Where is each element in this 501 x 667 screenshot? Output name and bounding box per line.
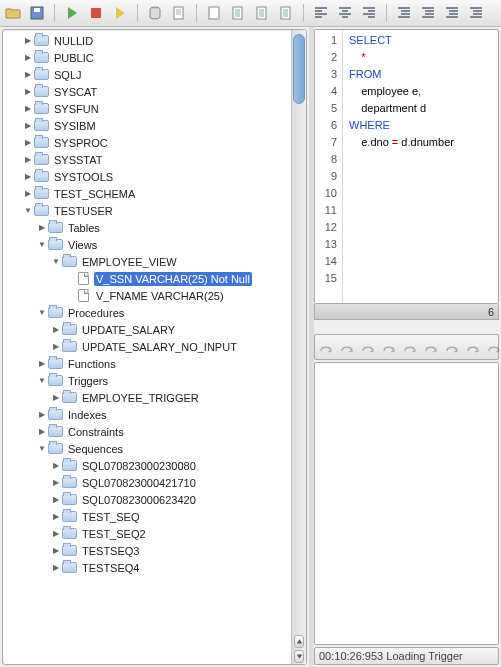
open-button[interactable] <box>4 4 22 22</box>
copy-sheet-button[interactable] <box>229 4 247 22</box>
tree-label[interactable]: Procedures <box>66 306 126 320</box>
disclosure-closed-icon[interactable]: ▶ <box>23 172 33 181</box>
tree-row[interactable]: V_FNAME VARCHAR(25) <box>3 287 291 304</box>
disclosure-open-icon[interactable]: ▼ <box>37 240 47 249</box>
align-right-button[interactable] <box>360 4 378 22</box>
tree-row[interactable]: ▶SYSFUN <box>3 100 291 117</box>
tree-row[interactable]: ▶TESTSEQ4 <box>3 559 291 576</box>
tree-label[interactable]: Sequences <box>66 442 125 456</box>
tree-label[interactable]: SYSSTAT <box>52 153 105 167</box>
book-button[interactable] <box>205 4 223 22</box>
tree-label[interactable]: SQLJ <box>52 68 84 82</box>
tree-row[interactable]: ▶SYSSTAT <box>3 151 291 168</box>
indent-right-button[interactable] <box>443 4 461 22</box>
tree-label[interactable]: TESTSEQ4 <box>80 561 141 575</box>
copy-button[interactable] <box>465 338 481 356</box>
tree-row[interactable]: ▶SYSCAT <box>3 83 291 100</box>
tree-row[interactable]: ▶Constraints <box>3 423 291 440</box>
thread-button[interactable] <box>360 338 376 356</box>
tree-label[interactable]: TEST_SEQ2 <box>80 527 148 541</box>
tree-label[interactable]: Triggers <box>66 374 110 388</box>
disclosure-closed-icon[interactable]: ▶ <box>23 87 33 96</box>
tree-label[interactable]: SYSFUN <box>52 102 101 116</box>
tree-label[interactable]: Views <box>66 238 99 252</box>
indent-left-button[interactable] <box>395 4 413 22</box>
disclosure-closed-icon[interactable]: ▶ <box>37 223 47 232</box>
tree-row[interactable]: ▶UPDATE_SALARY <box>3 321 291 338</box>
disclosure-closed-icon[interactable]: ▶ <box>37 427 47 436</box>
tree-row[interactable]: ▶EMPLOYEE_TRIGGER <box>3 389 291 406</box>
tree-row[interactable]: ▶TEST_SCHEMA <box>3 185 291 202</box>
tree-label[interactable]: TEST_SCHEMA <box>52 187 137 201</box>
tree-row[interactable]: V_SSN VARCHAR(25) Not Null <box>3 270 291 287</box>
tree-row[interactable]: ▼Triggers <box>3 372 291 389</box>
tree-row[interactable]: ▶SYSTOOLS <box>3 168 291 185</box>
tree-row[interactable]: ▶SQL070823000623420 <box>3 491 291 508</box>
tree-label[interactable]: UPDATE_SALARY <box>80 323 177 337</box>
tree-label[interactable]: SQL070823000623420 <box>80 493 198 507</box>
tree-label[interactable]: SQL070823000421710 <box>80 476 198 490</box>
tree-label[interactable]: V_SSN VARCHAR(25) Not Null <box>94 272 252 286</box>
disclosure-open-icon[interactable]: ▼ <box>51 257 61 266</box>
tree-row[interactable]: ▼Procedures <box>3 304 291 321</box>
tree-row[interactable]: ▶PUBLIC <box>3 49 291 66</box>
disclosure-closed-icon[interactable]: ▶ <box>51 495 61 504</box>
tree-label[interactable]: Indexes <box>66 408 109 422</box>
tree-row[interactable]: ▼EMPLOYEE_VIEW <box>3 253 291 270</box>
pencil-button[interactable] <box>444 338 460 356</box>
run-yellow-button[interactable] <box>111 4 129 22</box>
tree-label[interactable]: Tables <box>66 221 102 235</box>
tree-label[interactable]: EMPLOYEE_VIEW <box>80 255 179 269</box>
align-left-button[interactable] <box>312 4 330 22</box>
outdent-button[interactable] <box>419 4 437 22</box>
tree-row[interactable]: ▶SQL070823000230080 <box>3 457 291 474</box>
disclosure-open-icon[interactable]: ▼ <box>37 376 47 385</box>
tree-label[interactable]: SYSIBM <box>52 119 98 133</box>
tree-label[interactable]: TESTSEQ3 <box>80 544 141 558</box>
tree-label[interactable]: V_FNAME VARCHAR(25) <box>94 289 226 303</box>
disclosure-open-icon[interactable]: ▼ <box>37 308 47 317</box>
tree-row[interactable]: ▼Sequences <box>3 440 291 457</box>
tree-label[interactable]: SYSTOOLS <box>52 170 115 184</box>
align-center-button[interactable] <box>336 4 354 22</box>
disclosure-closed-icon[interactable]: ▶ <box>23 36 33 45</box>
step-into-button[interactable] <box>339 338 355 356</box>
tree-label[interactable]: TEST_SEQ <box>80 510 141 524</box>
disclosure-closed-icon[interactable]: ▶ <box>23 138 33 147</box>
disclosure-closed-icon[interactable]: ▶ <box>37 359 47 368</box>
tree-label[interactable]: UPDATE_SALARY_NO_INPUT <box>80 340 239 354</box>
tree-row[interactable]: ▼Views <box>3 236 291 253</box>
tree-label[interactable]: SQL070823000230080 <box>80 459 198 473</box>
disclosure-closed-icon[interactable]: ▶ <box>51 461 61 470</box>
tree-row[interactable]: ▶SQLJ <box>3 66 291 83</box>
db-button[interactable] <box>146 4 164 22</box>
disclosure-open-icon[interactable]: ▼ <box>37 444 47 453</box>
sheet-pencil-button[interactable] <box>253 4 271 22</box>
sheet-button[interactable] <box>277 4 295 22</box>
disclosure-closed-icon[interactable]: ▶ <box>37 410 47 419</box>
disclosure-closed-icon[interactable]: ▶ <box>51 393 61 402</box>
step-out-button[interactable] <box>381 338 397 356</box>
disclosure-open-icon[interactable]: ▼ <box>23 206 33 215</box>
scrollbar-thumb[interactable] <box>293 34 305 104</box>
save-button[interactable] <box>28 4 46 22</box>
format-button[interactable] <box>467 4 485 22</box>
tree-row[interactable]: ▼TESTUSER <box>3 202 291 219</box>
tree-label[interactable]: EMPLOYEE_TRIGGER <box>80 391 201 405</box>
tree-row[interactable]: ▶SQL070823000421710 <box>3 474 291 491</box>
tree-label[interactable]: SYSPROC <box>52 136 110 150</box>
tree-row[interactable]: ▶UPDATE_SALARY_NO_INPUT <box>3 338 291 355</box>
tree-label[interactable]: TESTUSER <box>52 204 115 218</box>
tree-row[interactable]: ▶SYSIBM <box>3 117 291 134</box>
disclosure-closed-icon[interactable]: ▶ <box>23 53 33 62</box>
tree-row[interactable]: ▶TESTSEQ3 <box>3 542 291 559</box>
disclosure-closed-icon[interactable]: ▶ <box>51 546 61 555</box>
disclosure-closed-icon[interactable]: ▶ <box>23 104 33 113</box>
refresh-button[interactable] <box>486 338 501 356</box>
disclosure-closed-icon[interactable]: ▶ <box>23 189 33 198</box>
scroll-up-button[interactable] <box>294 635 304 648</box>
step-back-button[interactable] <box>402 338 418 356</box>
results-panel[interactable] <box>314 362 499 645</box>
disclosure-closed-icon[interactable]: ▶ <box>51 342 61 351</box>
disclosure-closed-icon[interactable]: ▶ <box>23 70 33 79</box>
